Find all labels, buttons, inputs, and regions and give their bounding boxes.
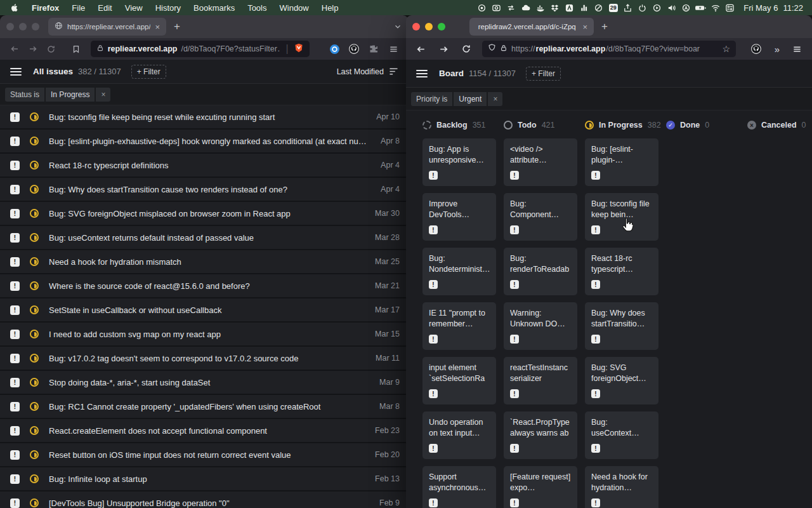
menu-view[interactable]: View — [119, 3, 149, 13]
calendar-icon[interactable]: 29 — [606, 3, 620, 13]
volume-icon[interactable] — [664, 3, 679, 13]
board-card[interactable]: Bug: SVG foreignObject…! — [585, 357, 658, 404]
issue-row[interactable]: !Bug: RC1 Cannot create property '_updat… — [0, 395, 409, 419]
issue-row[interactable]: !Reset button on iOS time input does not… — [0, 443, 409, 467]
new-tab-button[interactable]: + — [166, 20, 188, 33]
issue-row[interactable]: !Bug: v17.0.2 tag doesn't seem to corres… — [0, 347, 409, 371]
board-card[interactable]: Need a hook for hydration…! — [585, 466, 658, 508]
minimize-window-button[interactable] — [425, 23, 433, 30]
forward-icon[interactable] — [435, 44, 452, 55]
issue-row[interactable]: !Where is the source code of react@15.6.… — [0, 274, 409, 298]
sync-arrows-icon[interactable] — [504, 3, 518, 13]
board-card[interactable]: Bug: App is unresponsive…! — [422, 138, 496, 186]
bookmark-star-icon[interactable]: ☆ — [722, 44, 730, 54]
new-tab-button[interactable]: + — [594, 20, 615, 33]
browser-tab[interactable]: https://repliear.vercel.app/d/8b × — [48, 18, 166, 36]
share-up-icon[interactable] — [620, 3, 635, 13]
issue-row[interactable]: !Bug: [eslint-plugin-exhaustive-deps] ho… — [0, 130, 409, 154]
board-card[interactable]: IE 11 "prompt to remember…! — [422, 302, 496, 350]
screen-record-icon[interactable] — [475, 3, 489, 13]
brave-shield-icon[interactable] — [294, 43, 304, 56]
sort-button[interactable]: Last Modified — [337, 67, 398, 76]
issue-row[interactable]: !Bug: SVG foreignObject misplaced on bro… — [0, 202, 409, 226]
board-card[interactable]: input element `setSelectionRa! — [422, 357, 496, 404]
warp-terminal-icon[interactable] — [562, 3, 577, 13]
remove-filter-icon[interactable]: × — [96, 88, 110, 102]
issue-row[interactable]: !Bug: Infinite loop at startupFeb 13 — [0, 467, 409, 491]
filter-field-chip[interactable]: Priority is — [411, 92, 452, 106]
menu-file[interactable]: File — [65, 3, 91, 13]
board-card[interactable]: React 18-rc typescript…! — [585, 248, 658, 295]
left-menu-hamburger-icon[interactable] — [385, 44, 402, 54]
board-card[interactable]: Bug: useContext…! — [585, 411, 658, 459]
wifi-icon[interactable] — [708, 3, 723, 13]
camera-icon[interactable] — [489, 3, 504, 13]
cloud-icon[interactable] — [518, 3, 533, 13]
board-card[interactable]: Bug: Nondeterminist…! — [422, 248, 496, 295]
board-card[interactable]: <video /> attribute…! — [504, 138, 577, 186]
docker-icon[interactable] — [533, 3, 547, 13]
tab-list-chevron-icon[interactable] — [393, 22, 402, 31]
menubar-clock[interactable]: Fri May 611:22 — [743, 3, 803, 13]
bookmark-icon[interactable] — [68, 44, 84, 54]
issue-row[interactable]: ![DevTools Bug] Unsupported Bridge opera… — [0, 491, 409, 508]
app-menu-icon[interactable] — [10, 68, 22, 76]
board-card[interactable]: reactTestInstanc serializer! — [504, 357, 577, 404]
left-address-bar[interactable]: repliear.vercel.app /d/8bTaoq7F0e?status… — [91, 41, 310, 57]
board-card[interactable]: `React.PropType always warns ab! — [504, 411, 577, 459]
filter-value-chip[interactable]: In Progress — [46, 88, 95, 102]
board-card[interactable]: Support asynchronous…! — [422, 466, 496, 508]
add-filter-button[interactable]: + Filter — [131, 65, 166, 79]
github-icon[interactable] — [346, 43, 363, 55]
tracking-shield-icon[interactable] — [488, 43, 496, 55]
github-icon[interactable] — [747, 43, 765, 55]
issue-list[interactable]: !Bug: tsconfig file keep being reset whi… — [0, 105, 409, 508]
issue-row[interactable]: !I need to add custom svg map on my reac… — [0, 323, 409, 347]
board-card[interactable]: Warning: Unknown DO…! — [504, 302, 577, 350]
tab-close-icon[interactable]: × — [582, 23, 587, 31]
issue-row[interactable]: !Bug: Why does startTransition cause two… — [0, 178, 409, 202]
zoom-window-button[interactable] — [32, 23, 39, 30]
issue-row[interactable]: !Bug: tsconfig file keep being reset whi… — [0, 105, 409, 130]
tab-close-icon[interactable]: × — [155, 23, 160, 31]
circled-slash-icon[interactable] — [591, 3, 606, 13]
board-card[interactable]: Bug: Why does startTransitio…! — [585, 302, 658, 350]
board-card[interactable]: Bug: Component…! — [504, 193, 577, 241]
issue-row[interactable]: !React 18-rc typescript definitionsApr 4 — [0, 154, 409, 178]
board-card[interactable]: Undo operation on text input…! — [422, 411, 496, 459]
issue-row[interactable]: !Bug: useContext returns default instead… — [0, 226, 409, 250]
reload-icon[interactable] — [458, 44, 475, 54]
window-controls[interactable] — [412, 23, 445, 30]
overflow-chevrons-icon[interactable]: » — [768, 44, 785, 55]
extensions-puzzle-icon[interactable] — [365, 44, 383, 54]
menu-window[interactable]: Window — [273, 3, 315, 13]
menu-bookmarks[interactable]: Bookmarks — [187, 3, 241, 13]
menu-history[interactable]: History — [149, 3, 187, 13]
menu-help[interactable]: Help — [315, 3, 345, 13]
battery-charging-icon[interactable] — [693, 3, 708, 13]
menu-edit[interactable]: Edit — [91, 3, 118, 13]
remove-filter-icon[interactable]: × — [488, 92, 502, 106]
issue-row[interactable]: !SetState in useCallback or without useC… — [0, 298, 409, 323]
reload-icon[interactable] — [43, 44, 59, 54]
filter-value-chip[interactable]: Urgent — [454, 92, 487, 106]
menu-tools[interactable]: Tools — [241, 3, 273, 13]
apple-menu-icon[interactable] — [9, 3, 25, 13]
board-card[interactable]: Bug: renderToReadab! — [504, 248, 577, 295]
forward-icon[interactable] — [25, 44, 41, 54]
firefox-menu-hamburger-icon[interactable] — [788, 44, 806, 54]
add-filter-button[interactable]: + Filter — [526, 67, 561, 81]
back-icon[interactable] — [412, 44, 429, 55]
board-card[interactable]: [Feature request] expo…! — [504, 466, 577, 508]
zoom-window-button[interactable] — [438, 23, 445, 30]
issue-row[interactable]: !Stop doing data-*, aria-*, start using … — [0, 371, 409, 395]
browser-tab[interactable]: replidraw2.vercel.app/d/c-iZpq × — [469, 18, 594, 36]
filter-field-chip[interactable]: Status is — [5, 88, 44, 102]
back-icon[interactable] — [6, 44, 22, 54]
board-card[interactable]: Bug: [eslint-plugin-…! — [585, 138, 658, 186]
power-circle-icon[interactable] — [635, 3, 650, 13]
close-window-button[interactable] — [412, 23, 420, 30]
menu-firefox[interactable]: Firefox — [25, 3, 65, 13]
assist-circle-icon[interactable] — [679, 3, 693, 13]
window-controls[interactable] — [6, 23, 39, 30]
